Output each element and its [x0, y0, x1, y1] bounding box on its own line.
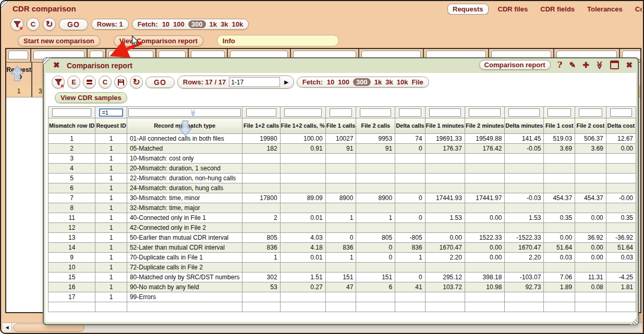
fetch-option-100[interactable]: 100: [338, 78, 349, 86]
filter-input-col10[interactable]: [508, 108, 540, 117]
tab-requests[interactable]: Requests: [447, 4, 489, 15]
next-page-icon[interactable]: ▶: [283, 79, 288, 85]
fetch-option-10k[interactable]: 10k: [232, 20, 243, 28]
column-header[interactable]: File 1+2 calls, %: [280, 118, 325, 134]
dialog-resize-grip-topleft[interactable]: [43, 58, 51, 66]
dialog-tab-badge[interactable]: Comparison report: [479, 60, 551, 70]
background-column-header-request-id[interactable]: Request ID: [6, 63, 32, 85]
view-comparison-report-button[interactable]: View Comparison report: [114, 35, 203, 46]
tab-cdr-fields[interactable]: CDR fields: [537, 4, 578, 15]
table-row[interactable]: 16190-No match by any field530.274764110…: [48, 282, 636, 292]
rows-view-button[interactable]: [83, 76, 96, 89]
dialog-close-icon-left[interactable]: ✖: [53, 60, 60, 70]
filter-input-col3[interactable]: [246, 108, 276, 117]
start-new-comparison-button[interactable]: Start new comparison: [18, 35, 100, 46]
fetch-option-300[interactable]: 300: [353, 78, 371, 86]
filter-input-col13[interactable]: [610, 108, 632, 117]
rows-range-input[interactable]: [229, 77, 280, 87]
column-header[interactable]: Delta cost: [606, 118, 636, 134]
fetch-option-10k[interactable]: 10k: [397, 78, 408, 86]
table-row[interactable]: 15180-Matched only by SRC/DST numbers302…: [48, 273, 636, 282]
dialog-go-button[interactable]: GO: [145, 77, 175, 88]
column-header[interactable]: File 1 minutes: [425, 118, 465, 134]
dialog-refresh-button[interactable]: ↻: [130, 76, 143, 89]
info-field[interactable]: Info: [217, 35, 339, 46]
dialog-close-icon[interactable]: ✖: [626, 61, 633, 69]
background-filter-input[interactable]: [8, 51, 28, 59]
edit-icon[interactable]: ✎: [569, 61, 576, 69]
background-filter-cell[interactable]: [6, 49, 31, 62]
export-button[interactable]: E: [67, 76, 80, 89]
table-row[interactable]: 14152-Later than mutual CDR interval8364…: [48, 243, 636, 253]
fetch-option-3k[interactable]: 3k: [385, 78, 393, 86]
column-header[interactable]: File 1 calls: [325, 118, 356, 134]
column-header[interactable]: Mismatch row ID: [48, 118, 95, 134]
column-header[interactable]: Request ID: [95, 118, 127, 134]
table-row[interactable]: 17199-Errors: [48, 292, 636, 302]
column-header[interactable]: File 1 cost: [544, 118, 575, 134]
fetch-option-300[interactable]: 300: [188, 20, 206, 28]
table-row[interactable]: 1101-All connected calls in both files19…: [48, 134, 636, 144]
fetch-option-100[interactable]: 100: [173, 20, 185, 28]
fetch-option-3k[interactable]: 3k: [221, 20, 228, 28]
table-row[interactable]: 9170-Duplicate calls in File 110.011012.…: [48, 253, 636, 263]
refresh-button[interactable]: ↻: [43, 18, 56, 31]
table-row[interactable]: 13150-Earlier than mutual CDR interval80…: [48, 233, 636, 243]
fetch-option-file[interactable]: File: [411, 78, 423, 86]
sort-ascending-arrow-icon: [10, 66, 24, 81]
dialog-clear-button[interactable]: C: [99, 76, 112, 89]
filter-input-col8[interactable]: [429, 108, 461, 117]
table-row[interactable]: 8132-Mismatch: time, major: [48, 203, 636, 213]
filter-input-col12[interactable]: [579, 108, 602, 117]
cell: [280, 223, 325, 233]
scroll-left-button[interactable]: ◀: [3, 323, 12, 332]
table-row[interactable]: 10172-Duplicate calls in File 2: [48, 263, 636, 273]
filter-button[interactable]: ✖: [10, 18, 23, 31]
column-header[interactable]: File 1+2 calls: [242, 118, 280, 134]
column-header[interactable]: File 2 cost: [575, 118, 606, 134]
fetch-option-1k[interactable]: 1k: [210, 20, 217, 28]
fetch-option-10[interactable]: 10: [162, 20, 169, 28]
filter-input-col0[interactable]: [52, 108, 91, 117]
table-row[interactable]: 12142-Connected only in File 2: [48, 223, 636, 233]
table-row[interactable]: 2105-Matched1820.9191910176.37176.42-0.0…: [48, 144, 636, 154]
table-row[interactable]: 4120-Mismatch: duration, 1 second: [48, 164, 636, 174]
window-resize-grip[interactable]: [1, 1, 9, 9]
cell: [325, 302, 356, 312]
tab-comparison-rep[interactable]: Comparison rep: [632, 4, 642, 15]
cell: 1670.47: [425, 243, 465, 253]
fetch-option-1k[interactable]: 1k: [374, 78, 382, 86]
column-header[interactable]: Delta minutes: [505, 118, 544, 134]
view-cdr-samples-button[interactable]: View CDR samples: [55, 92, 127, 103]
filter-input-col1[interactable]: [99, 108, 123, 117]
filter-input-col6[interactable]: [360, 108, 391, 117]
column-header[interactable]: File 2 minutes: [465, 118, 504, 134]
collapse-chevron-icon[interactable]: ≫: [596, 61, 604, 69]
help-icon[interactable]: ?: [557, 60, 563, 69]
fetch-option-10[interactable]: 10: [327, 78, 334, 86]
filter-input-col5[interactable]: [330, 108, 353, 117]
filter-input-col9[interactable]: [469, 108, 501, 117]
filter-input-col11[interactable]: [548, 108, 571, 117]
filter-input-col2[interactable]: [128, 108, 241, 117]
save-button[interactable]: [114, 76, 127, 89]
clear-button[interactable]: C: [27, 18, 40, 31]
column-header[interactable]: Record mismatch type: [127, 118, 242, 134]
column-header[interactable]: Delta calls: [395, 118, 425, 134]
table-row[interactable]: 3110-Mismatch: cost only: [48, 154, 636, 164]
cell: 0.01: [280, 213, 325, 223]
filter-input-col4[interactable]: [284, 108, 322, 117]
go-button[interactable]: GO: [59, 19, 88, 30]
table-row[interactable]: 5122-Mismatch: duration, non-hung calls: [48, 174, 636, 183]
table-row[interactable]: 6124-Mismatch: duration, hung calls: [48, 183, 636, 193]
table-row[interactable]: 11140-Connected only in File 120.011101.…: [48, 213, 636, 223]
tab-cdr-files[interactable]: CDR files: [495, 4, 531, 15]
dialog-filter-button[interactable]: ✖: [52, 76, 65, 89]
tab-tolerances[interactable]: Tolerances: [584, 4, 626, 15]
cell: [280, 154, 325, 164]
add-icon[interactable]: ✚: [582, 61, 589, 69]
filter-input-col7[interactable]: [399, 108, 421, 117]
column-header[interactable]: File 2 calls: [356, 118, 395, 134]
maximize-icon[interactable]: [610, 60, 619, 69]
table-row[interactable]: 7130-Mismatch: time, minor1780089.098900…: [48, 193, 636, 203]
